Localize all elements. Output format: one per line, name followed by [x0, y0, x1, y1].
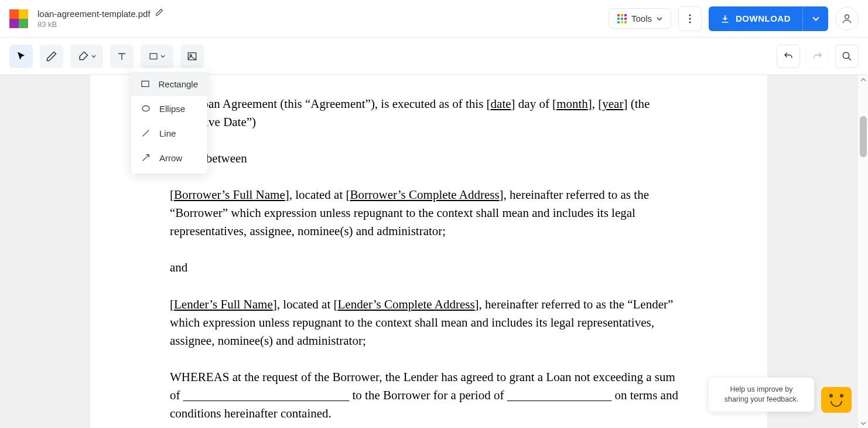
- feedback-tooltip: Help us improve by sharing your feedback…: [709, 378, 814, 412]
- rectangle-icon: [149, 52, 158, 61]
- chevron-down-icon: [812, 15, 819, 22]
- pencil-icon: [46, 50, 57, 62]
- feedback-button[interactable]: [821, 387, 852, 413]
- caret-down-icon: [91, 54, 96, 59]
- scroll-area[interactable]: This Loan Agreement (this “Agreement”), …: [0, 75, 857, 428]
- doc-paragraph: WHEREAS at the request of the Borrower, …: [170, 368, 688, 423]
- redo-icon: [812, 51, 823, 62]
- caret-down-icon: [657, 16, 662, 22]
- shape-tool[interactable]: [141, 45, 173, 68]
- editor-toolbar: [0, 38, 868, 75]
- tools-grid-icon: [617, 14, 627, 23]
- svg-point-1: [689, 18, 691, 19]
- menu-label: Arrow: [159, 153, 182, 163]
- marker-icon: [77, 50, 89, 62]
- kebab-icon: [689, 14, 691, 23]
- search-button[interactable]: [835, 45, 859, 68]
- face-eyes-icon: [821, 394, 852, 398]
- download-button[interactable]: DOWNLOAD: [709, 6, 802, 31]
- edit-name-icon[interactable]: [155, 8, 163, 19]
- image-tool[interactable]: [180, 45, 204, 68]
- doc-paragraph: by and between: [170, 150, 688, 168]
- scrollbar-thumb[interactable]: [860, 116, 867, 157]
- menu-label: Ellipse: [159, 104, 185, 114]
- feedback-text: Help us improve by sharing your feedback…: [725, 385, 798, 403]
- caret-down-icon: [160, 54, 165, 59]
- select-tool[interactable]: [9, 45, 33, 68]
- file-info: loan-agreement-template.pdf 83 kB: [37, 8, 163, 29]
- redo-button[interactable]: [806, 45, 829, 68]
- vertical-scrollbar[interactable]: [857, 75, 868, 428]
- undo-icon: [783, 51, 794, 62]
- face-mouth-icon: [831, 401, 842, 407]
- svg-rect-8: [142, 81, 149, 86]
- doc-paragraph: and: [170, 259, 688, 277]
- file-size: 83 kB: [37, 20, 163, 29]
- doc-paragraph: [Lender’s Full Name], located at [Lender…: [170, 295, 688, 350]
- scroll-up-arrow[interactable]: [858, 75, 868, 84]
- svg-point-7: [843, 52, 849, 59]
- file-name: loan-agreement-template.pdf: [37, 9, 151, 19]
- download-label: DOWNLOAD: [736, 13, 791, 23]
- image-icon: [187, 51, 197, 62]
- menu-item-ellipse[interactable]: Ellipse: [131, 96, 207, 121]
- menu-label: Rectangle: [158, 79, 198, 89]
- app-header: loan-agreement-template.pdf 83 kB Tools …: [0, 0, 868, 38]
- svg-point-9: [142, 106, 149, 111]
- document-viewport: This Loan Agreement (this “Agreement”), …: [0, 75, 868, 428]
- svg-rect-4: [150, 53, 157, 59]
- download-icon: [720, 14, 730, 23]
- download-button-group: DOWNLOAD: [709, 6, 828, 31]
- shape-dropdown-menu: Rectangle Ellipse Line Arrow: [131, 68, 207, 174]
- arrow-icon: [141, 152, 151, 163]
- menu-label: Line: [159, 128, 176, 138]
- person-icon: [841, 13, 853, 25]
- draw-tool[interactable]: [40, 45, 63, 68]
- undo-button[interactable]: [777, 45, 800, 68]
- scroll-down-arrow[interactable]: [858, 419, 868, 428]
- rectangle-icon: [141, 79, 150, 89]
- more-options-button[interactable]: [678, 6, 702, 31]
- cursor-icon: [16, 51, 26, 62]
- doc-paragraph: This Loan Agreement (this “Agreement”), …: [170, 95, 688, 131]
- svg-point-2: [689, 21, 691, 23]
- doc-paragraph: [Borrower’s Full Name], located at [Borr…: [170, 186, 688, 240]
- account-button[interactable]: [835, 7, 859, 30]
- ellipse-icon: [141, 103, 151, 114]
- line-icon: [141, 128, 151, 138]
- tools-label: Tools: [631, 13, 652, 23]
- download-options-button[interactable]: [802, 6, 828, 31]
- app-logo: [9, 9, 28, 28]
- svg-point-3: [845, 15, 849, 19]
- tools-button[interactable]: Tools: [609, 8, 671, 29]
- search-icon: [842, 51, 852, 62]
- menu-item-arrow[interactable]: Arrow: [131, 145, 207, 170]
- text-icon: [117, 51, 127, 62]
- text-tool[interactable]: [110, 45, 134, 68]
- svg-point-0: [689, 14, 691, 16]
- menu-item-line[interactable]: Line: [131, 121, 207, 145]
- menu-item-rectangle[interactable]: Rectangle: [131, 72, 207, 96]
- highlight-tool[interactable]: [70, 45, 103, 68]
